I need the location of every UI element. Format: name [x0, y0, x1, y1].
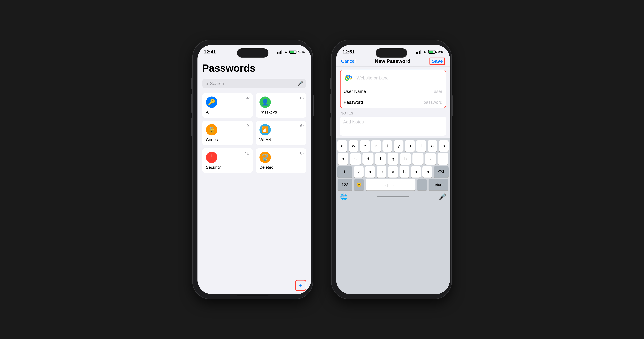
key-h[interactable]: h	[400, 153, 411, 164]
cancel-button[interactable]: Cancel	[341, 58, 356, 64]
key-return[interactable]: return	[428, 179, 448, 190]
grid-item-all[interactable]: 54 › 🔑 All	[202, 93, 253, 118]
side-btn-silent	[191, 78, 193, 89]
key-u[interactable]: u	[405, 140, 415, 152]
key-num[interactable]: 123	[338, 179, 352, 190]
grid-item-deleted[interactable]: 0 › 🗑️ Deleted	[256, 148, 306, 173]
nav-bar: Cancel New Password Save	[336, 56, 450, 66]
key-g[interactable]: g	[388, 153, 398, 164]
key-e[interactable]: e	[360, 140, 370, 152]
keyboard-row-2: a s d f g h j k l	[338, 153, 448, 164]
key-d[interactable]: d	[362, 153, 373, 164]
deleted-icon: 🗑️	[260, 152, 271, 163]
key-b[interactable]: b	[400, 166, 409, 178]
signal-icon-2	[416, 50, 421, 54]
status-icons-2: ▲ 79%	[416, 50, 444, 54]
chevron-icon: ›	[303, 96, 304, 100]
key-s[interactable]: s	[350, 153, 361, 164]
key-dot[interactable]: .	[417, 179, 427, 190]
grid-item-passkeys[interactable]: 0 › 👤 Passkeys	[256, 93, 306, 118]
codes-label: Codes	[206, 137, 249, 142]
key-j[interactable]: j	[412, 153, 423, 164]
key-i[interactable]: i	[416, 140, 426, 152]
chevron-icon: ›	[249, 151, 250, 155]
keyboard-row-1: q w e r t y u i o p	[338, 140, 448, 152]
key-shift[interactable]: ⬆	[338, 166, 352, 178]
microphone-icon: 🎤	[298, 81, 303, 86]
status-time-2: 12:51	[342, 49, 355, 54]
side-btn-vol-down	[191, 118, 193, 136]
microphone-kb-icon[interactable]: 🎤	[439, 193, 446, 200]
signal-icon-1	[277, 50, 282, 54]
key-emoji[interactable]: 😊	[354, 179, 364, 190]
key-q[interactable]: q	[338, 140, 347, 152]
keyboard-bottom-bar: 🌐 🎤	[338, 192, 448, 202]
key-f[interactable]: f	[375, 153, 386, 164]
save-button[interactable]: Save	[430, 58, 445, 65]
website-placeholder[interactable]: Website or Label	[356, 76, 390, 80]
keyboard-row-3: ⬆ z x c v b n m ⌫	[338, 166, 448, 178]
globe-icon[interactable]: 🌐	[340, 193, 348, 200]
keyboard: q w e r t y u i o p a s d f g	[336, 138, 450, 294]
notes-section: NOTES Add Notes	[340, 111, 446, 136]
passkeys-count: 0 ›	[300, 96, 304, 100]
page-title: Passwords	[202, 62, 306, 74]
security-label: Security	[206, 165, 249, 170]
category-grid: 54 › 🔑 All 0 › 👤 Passkeys	[202, 93, 306, 173]
key-r[interactable]: r	[371, 140, 381, 152]
key-v[interactable]: v	[388, 166, 398, 178]
key-delete[interactable]: ⌫	[434, 166, 448, 178]
key-t[interactable]: t	[382, 140, 392, 152]
password-row[interactable]: Password password	[340, 97, 446, 108]
username-row[interactable]: User Name user	[340, 86, 446, 97]
all-icon: 🔑	[206, 96, 217, 108]
side-btn-power	[312, 96, 314, 116]
key-l[interactable]: l	[438, 153, 448, 164]
wifi-icon-1: ▲	[284, 50, 288, 54]
wlan-count: 6 ›	[300, 124, 304, 128]
key-x[interactable]: x	[365, 166, 375, 178]
key-n[interactable]: n	[411, 166, 421, 178]
key-p[interactable]: p	[439, 140, 448, 152]
grid-item-wlan[interactable]: 6 › 📶 WLAN	[256, 120, 306, 146]
notes-input[interactable]: Add Notes	[340, 117, 446, 136]
all-label: All	[206, 110, 249, 115]
passkeys-label: Passkeys	[260, 110, 302, 115]
svg-rect-8	[350, 79, 350, 80]
keyboard-row-4: 123 😊 space . return	[338, 179, 448, 190]
key-o[interactable]: o	[428, 140, 437, 152]
phone-1: 12:41 ▲ 71% Passwords ⌕ Search	[193, 40, 312, 299]
side-btn-vol-down-2	[330, 118, 332, 136]
key-z[interactable]: z	[354, 166, 364, 178]
svg-rect-5	[352, 76, 352, 78]
chevron-icon: ›	[303, 124, 304, 128]
nav-title: New Password	[375, 58, 410, 64]
key-k[interactable]: k	[425, 153, 436, 164]
website-row[interactable]: Website or Label	[340, 70, 446, 86]
home-indicator-2	[377, 196, 409, 198]
key-a[interactable]: a	[338, 153, 348, 164]
password-value[interactable]: password	[424, 100, 442, 105]
add-button[interactable]: +	[295, 280, 306, 291]
dynamic-island-2	[376, 48, 407, 58]
phone-screen-1: 12:41 ▲ 71% Passwords ⌕ Search	[198, 45, 311, 294]
search-icon: ⌕	[205, 81, 208, 86]
key-y[interactable]: y	[394, 140, 404, 152]
grid-item-security[interactable]: 41 › ❗ Security	[202, 148, 253, 173]
wifi-icon-2: ▲	[423, 50, 427, 54]
key-w[interactable]: w	[349, 140, 358, 152]
key-m[interactable]: m	[422, 166, 432, 178]
search-bar[interactable]: ⌕ Search 🎤	[202, 79, 306, 88]
passkeys-icon: 👤	[260, 96, 271, 108]
key-c[interactable]: c	[377, 166, 386, 178]
username-value[interactable]: user	[434, 89, 442, 94]
username-label: User Name	[344, 89, 366, 94]
wlan-label: WLAN	[260, 137, 302, 142]
password-label: Password	[344, 100, 363, 105]
chevron-icon: ›	[249, 96, 250, 100]
key-space[interactable]: space	[366, 179, 416, 190]
chevron-icon: ›	[249, 124, 250, 128]
side-btn-vol-up-2	[330, 94, 332, 113]
grid-item-codes[interactable]: 0 › 🔒 Codes	[202, 120, 253, 146]
status-time-1: 12:41	[204, 49, 216, 54]
